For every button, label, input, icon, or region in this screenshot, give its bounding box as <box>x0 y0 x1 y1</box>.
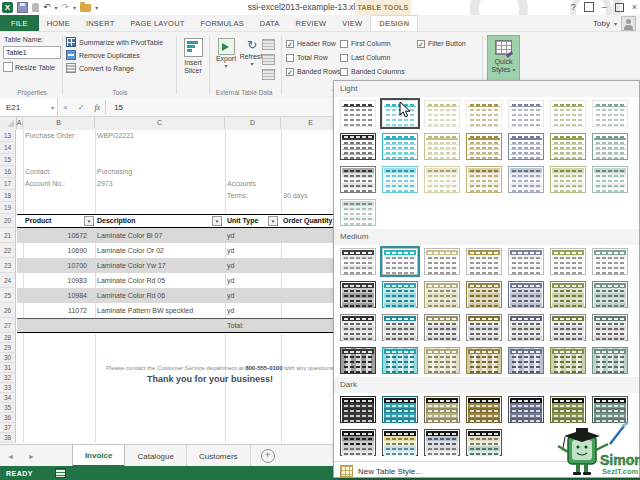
table-style-swatch[interactable] <box>548 279 588 310</box>
cell-description[interactable]: Laminate Color Bl 07 <box>97 232 162 239</box>
cell-unit-type[interactable]: yd <box>227 292 234 299</box>
table-style-swatch[interactable] <box>338 197 378 228</box>
table-style-swatch[interactable] <box>464 427 504 458</box>
table-style-swatch[interactable] <box>506 131 546 162</box>
row-header-34[interactable]: 34 <box>0 393 16 403</box>
sheet-nav-right-icon[interactable]: ► <box>21 445 42 467</box>
column-header-C[interactable]: C <box>95 116 225 129</box>
cell-unit-type[interactable]: yd <box>227 232 234 239</box>
undo-icon[interactable]: ↶ <box>43 1 51 14</box>
table-header-unit-type[interactable]: Unit Type <box>227 217 258 224</box>
macro-record-icon[interactable] <box>55 468 66 478</box>
table-style-swatch[interactable] <box>380 394 420 425</box>
row-header-31[interactable]: 31 <box>0 363 16 373</box>
table-style-swatch[interactable] <box>590 345 630 376</box>
row-header-33[interactable]: 33 <box>0 383 16 393</box>
row-header-13[interactable]: 13 <box>0 130 16 142</box>
cell-B16[interactable]: Contact: <box>25 168 51 175</box>
minimize-icon[interactable]: – <box>602 1 607 13</box>
customize-qat-icon[interactable]: ▾ <box>95 4 98 11</box>
table-style-swatch[interactable] <box>548 131 588 162</box>
table-style-swatch[interactable] <box>548 246 588 277</box>
row-header-24[interactable]: 24 <box>0 273 16 288</box>
sheet-tab-invoice[interactable]: Invoice <box>72 445 126 467</box>
cell-product-10690[interactable]: 10690 <box>25 247 87 254</box>
row-header-29[interactable]: 29 <box>0 343 16 353</box>
table-style-swatch[interactable] <box>380 131 420 162</box>
table-style-swatch[interactable] <box>338 312 378 343</box>
table-style-swatch[interactable] <box>464 394 504 425</box>
row-header-21[interactable]: 21 <box>0 228 16 243</box>
table-style-swatch[interactable] <box>422 427 462 458</box>
table-style-swatch[interactable] <box>422 279 462 310</box>
row-header-32[interactable]: 32 <box>0 373 16 383</box>
table-style-swatch[interactable] <box>506 246 546 277</box>
cell-product-10984[interactable]: 10984 <box>25 292 87 299</box>
folder-icon[interactable] <box>80 4 91 12</box>
cell-description[interactable]: Laminate Color Yw 17 <box>97 262 166 269</box>
table-style-swatch[interactable] <box>506 394 546 425</box>
table-style-swatch[interactable] <box>338 394 378 425</box>
select-all-corner[interactable] <box>0 116 17 129</box>
table-style-swatch[interactable] <box>464 131 504 162</box>
table-style-swatch[interactable] <box>506 279 546 310</box>
row-header-28[interactable]: 28 <box>0 333 16 343</box>
cell-C13[interactable]: WBPO2221 <box>97 132 134 139</box>
data-range-properties-icon[interactable] <box>262 39 275 50</box>
sheet-tab-customers[interactable]: Customers <box>187 445 251 467</box>
cell-unit-type[interactable]: yd <box>227 247 234 254</box>
cell-product-10700[interactable]: 10700 <box>25 262 87 269</box>
row-header-36[interactable]: 36 <box>0 413 16 423</box>
row-header-17[interactable]: 17 <box>0 178 16 190</box>
ribbon-tab-formulas[interactable]: FORMULAS <box>193 15 252 31</box>
ribbon-tab-design[interactable]: DESIGN <box>370 15 418 31</box>
insert-slicer-button[interactable]: Insert Slicer <box>180 36 206 92</box>
table-style-swatch[interactable] <box>590 312 630 343</box>
row-header-30[interactable]: 30 <box>0 353 16 363</box>
table-style-swatch[interactable] <box>590 279 630 310</box>
row-header-35[interactable]: 35 <box>0 403 16 413</box>
touch-mode-icon[interactable] <box>32 3 39 12</box>
table-style-swatch[interactable] <box>422 164 462 195</box>
table-style-swatch[interactable] <box>422 98 462 129</box>
table-style-swatch[interactable] <box>380 427 420 458</box>
cell-product-10983[interactable]: 10983 <box>25 277 87 284</box>
row-header-38[interactable]: 38 <box>0 433 16 443</box>
cell-description[interactable]: Laminate Pattern BW speckled <box>97 307 193 314</box>
cell-description[interactable]: Laminate Color Or 02 <box>97 247 164 254</box>
cell-unit-type[interactable]: yd <box>227 277 234 284</box>
row-header-14[interactable]: 14 <box>0 142 16 154</box>
table-style-swatch[interactable] <box>464 345 504 376</box>
cell-description[interactable]: Laminate Color Rd 06 <box>97 292 165 299</box>
name-box[interactable]: E21 ▾ <box>0 98 58 116</box>
filter-dropdown-icon[interactable]: ▾ <box>268 216 278 226</box>
table-style-swatch[interactable] <box>338 98 378 129</box>
ribbon-tab-view[interactable]: VIEW <box>334 15 370 31</box>
checkbox-banded-rows[interactable]: ✓Banded Rows <box>286 67 341 76</box>
table-style-swatch[interactable] <box>464 246 504 277</box>
export-button[interactable]: Export ▾ <box>212 38 240 69</box>
save-icon[interactable] <box>17 2 28 13</box>
cell-D18[interactable]: Terms: <box>227 192 248 199</box>
tools-button-convert-to-range[interactable]: Convert to Range <box>66 63 134 73</box>
sheet-nav-left-icon[interactable]: ◄ <box>0 445 21 467</box>
help-icon[interactable]: ? <box>571 1 576 13</box>
tools-button-remove-duplicates[interactable]: Remove Duplicates <box>66 50 140 60</box>
cell-product-11072[interactable]: 11072 <box>25 307 87 314</box>
checkbox-first-column[interactable]: First Column <box>340 39 391 48</box>
user-area[interactable]: Toby ▾ <box>593 16 636 31</box>
table-style-swatch[interactable] <box>380 279 420 310</box>
cancel-icon[interactable]: × <box>58 103 73 112</box>
table-header-description[interactable]: Description <box>97 217 136 224</box>
ribbon-display-options-icon[interactable] <box>584 2 594 12</box>
ribbon-tab-review[interactable]: REVIEW <box>288 15 335 31</box>
table-style-swatch[interactable] <box>590 164 630 195</box>
table-style-swatch[interactable] <box>548 345 588 376</box>
checkbox-last-column[interactable]: Last Column <box>340 53 390 62</box>
table-style-swatch[interactable] <box>380 164 420 195</box>
row-header-18[interactable]: 18 <box>0 190 16 202</box>
table-style-swatch[interactable] <box>422 312 462 343</box>
table-style-swatch[interactable] <box>422 131 462 162</box>
open-in-browser-icon[interactable] <box>262 54 275 65</box>
cell-unit-type[interactable]: yd <box>227 262 234 269</box>
